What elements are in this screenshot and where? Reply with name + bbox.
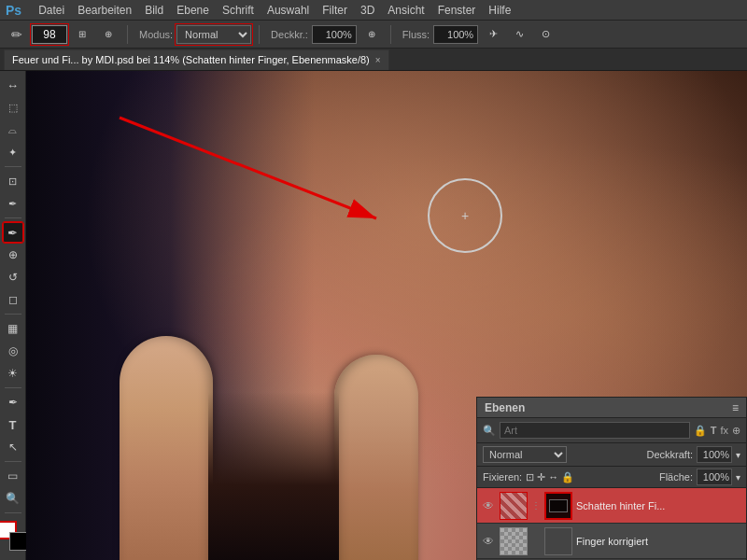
fix-icon-paint[interactable]: ✛	[537, 471, 545, 483]
toolbox: ↔ ⬚ ⌓ ✦ ⊡ ✒ ✒ ⊕ ↺ ◻ ▦ ◎ ☀ ✒ T ↖ ▭ 🔍	[0, 71, 26, 560]
canvas-area[interactable]: + Ebenen ≡ 🔍 🔒 T fx ⊕	[26, 71, 747, 560]
menu-ansicht[interactable]: Ansicht	[388, 4, 424, 17]
layers-fill-input[interactable]	[697, 469, 732, 485]
tab-bar: Feuer und Fi... by MDI.psd bei 114% (Sch…	[0, 49, 747, 71]
flow-label: Fluss:	[402, 29, 430, 40]
layer-row[interactable]: 👁 ⋮ Schatten hinter Fi...	[477, 488, 746, 524]
separator-1	[127, 25, 128, 44]
brush-options-extra[interactable]: ⊕	[97, 23, 120, 46]
background-color[interactable]	[9, 532, 28, 551]
layers-search-bar: 🔍 🔒 T fx ⊕	[477, 418, 746, 443]
fix-icon-transparent[interactable]: ⊡	[526, 471, 534, 483]
magic-wand-tool[interactable]: ✦	[3, 142, 23, 162]
zoom-tool[interactable]: 🔍	[3, 488, 23, 509]
brush-options-btn[interactable]: ✏	[6, 23, 28, 46]
fix-icon-lock[interactable]: 🔒	[561, 471, 574, 483]
menu-bearbeiten[interactable]: Bearbeiten	[78, 4, 132, 17]
options-bar: ✏ ⊞ ⊕ Modus: Normal Multiplizieren Deckk…	[0, 21, 747, 49]
tool-sep-1	[5, 166, 21, 167]
layers-icon-fx[interactable]: fx	[720, 425, 728, 436]
menu-datei[interactable]: Datei	[38, 4, 64, 17]
main-area: ↔ ⬚ ⌓ ✦ ⊡ ✒ ✒ ⊕ ↺ ◻ ▦ ◎ ☀ ✒ T ↖ ▭ 🔍	[0, 71, 747, 560]
layer-mask-thumbnail	[500, 492, 528, 520]
fix-icon-move[interactable]: ↔	[548, 471, 558, 483]
finger-right	[334, 355, 418, 560]
layer-visibility-btn[interactable]: 👁	[481, 498, 496, 513]
layers-opacity-input[interactable]	[697, 446, 732, 463]
brush-crosshair: +	[461, 208, 469, 223]
layer-name: Finger korrigiert	[576, 536, 742, 547]
fix-label: Fixieren:	[483, 471, 522, 483]
tab-title: Feuer und Fi... by MDI.psd bei 114% (Sch…	[12, 54, 370, 65]
tool-sep-6	[5, 512, 21, 513]
shape-tool[interactable]: ▭	[3, 466, 23, 486]
brush-preset-btn[interactable]: ⊞	[71, 23, 93, 46]
dodge-tool[interactable]: ☀	[3, 363, 23, 384]
fg-bg-colors	[0, 521, 28, 551]
lasso-tool[interactable]: ⌓	[3, 119, 23, 140]
layers-panel-header: Ebenen ≡	[477, 398, 746, 418]
layers-fix-row: Fixieren: ⊡ ✛ ↔ 🔒 Fläche: ▾	[477, 467, 746, 488]
finger-left	[120, 336, 213, 560]
layers-search-input[interactable]	[500, 422, 690, 439]
layers-icon-mask[interactable]: ⊕	[732, 425, 740, 437]
layers-icon-type[interactable]: T	[711, 425, 717, 436]
menu-schrift[interactable]: Schrift	[222, 4, 254, 17]
menu-bar: Ps Datei Bearbeiten Bild Ebene Schrift A…	[0, 0, 747, 21]
layers-blend-row: Normal Multiplizieren Deckkraft: ▾	[477, 443, 746, 467]
tab-close-btn[interactable]: ×	[375, 55, 381, 65]
pressure-btn[interactable]: ⊙	[534, 23, 557, 46]
fill-label: Fläche:	[659, 471, 693, 483]
menu-fenster[interactable]: Fenster	[438, 4, 476, 17]
layer-active-mask	[544, 492, 572, 520]
ps-logo: Ps	[6, 3, 21, 18]
layer-chain-icon: ⋮	[531, 500, 541, 511]
blend-mode-dropdown[interactable]: Normal Multiplizieren	[483, 446, 567, 463]
search-icon: 🔍	[483, 425, 496, 437]
tool-sep-4	[5, 387, 21, 388]
clone-stamp-tool[interactable]: ⊕	[3, 245, 23, 265]
menu-3d[interactable]: 3D	[360, 4, 374, 17]
layers-opacity-row: Deckkraft: ▾	[571, 446, 740, 463]
brush-size-input[interactable]	[32, 25, 67, 44]
layers-menu-btn[interactable]: ≡	[732, 401, 739, 414]
layers-panel: Ebenen ≡ 🔍 🔒 T fx ⊕ Normal Multipliziere…	[476, 397, 747, 560]
gradient-tool[interactable]: ▦	[3, 318, 23, 339]
fill-arrow[interactable]: ▾	[736, 472, 740, 483]
path-selection-tool[interactable]: ↖	[3, 437, 23, 457]
move-tool[interactable]: ↔	[3, 75, 23, 95]
healing-brush-tool[interactable]: ✒	[3, 222, 23, 243]
eraser-tool[interactable]: ◻	[3, 289, 23, 310]
marquee-tool[interactable]: ⬚	[3, 97, 23, 118]
flow-input[interactable]	[433, 25, 478, 44]
separator-2	[259, 25, 260, 44]
mode-dropdown[interactable]: Normal Multiplizieren	[176, 25, 251, 44]
menu-ebene[interactable]: Ebene	[176, 4, 209, 17]
pen-tool[interactable]: ✒	[3, 392, 23, 413]
menu-auswahl[interactable]: Auswahl	[267, 4, 309, 17]
finger-gap	[208, 392, 339, 560]
layers-title: Ebenen	[485, 401, 525, 414]
menu-filter[interactable]: Filter	[322, 4, 347, 17]
history-brush-tool[interactable]: ↺	[3, 267, 23, 287]
layer-name: Schatten hinter Fi...	[576, 500, 742, 511]
document-tab[interactable]: Feuer und Fi... by MDI.psd bei 114% (Sch…	[4, 49, 389, 70]
opacity-input[interactable]	[312, 25, 357, 44]
menu-bild[interactable]: Bild	[145, 4, 163, 17]
separator-3	[390, 25, 391, 44]
layer-row[interactable]: 👁 Finger korrigiert	[477, 524, 746, 559]
blur-tool[interactable]: ◎	[3, 341, 23, 361]
airbrush-btn[interactable]: ✈	[482, 23, 504, 46]
tool-sep-2	[5, 217, 21, 218]
brush-circle-indicator: +	[428, 178, 502, 253]
layers-icon-lock[interactable]: 🔒	[694, 425, 707, 437]
menu-hilfe[interactable]: Hilfe	[488, 4, 511, 17]
opacity-extra-btn[interactable]: ⊕	[360, 23, 383, 46]
layers-filter-icons: 🔒 T fx ⊕	[694, 425, 740, 437]
layer-visibility-btn[interactable]: 👁	[481, 534, 496, 549]
eyedropper-tool[interactable]: ✒	[3, 193, 23, 214]
opacity-arrow[interactable]: ▾	[736, 450, 740, 460]
type-tool[interactable]: T	[3, 414, 23, 435]
crop-tool[interactable]: ⊡	[3, 171, 23, 191]
smoothing-btn[interactable]: ∿	[508, 23, 530, 46]
